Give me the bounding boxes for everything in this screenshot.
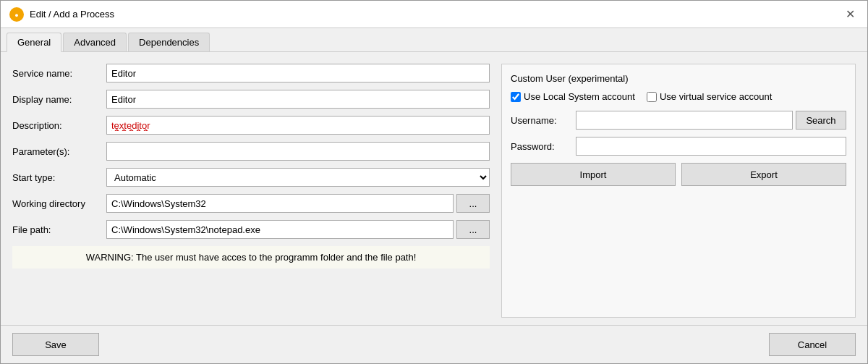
export-button[interactable]: Export	[681, 163, 846, 186]
tab-advanced[interactable]: Advanced	[63, 33, 127, 51]
parameters-row: Parameter(s):	[12, 142, 490, 161]
search-button[interactable]: Search	[796, 111, 846, 130]
dialog-title: Edit / Add a Process	[30, 9, 114, 20]
display-name-row: Display name:	[12, 90, 490, 109]
use-virtual-checkbox[interactable]	[647, 92, 657, 102]
file-path-input[interactable]	[106, 220, 454, 239]
service-name-row: Service name:	[12, 64, 490, 82]
username-input[interactable]	[576, 111, 793, 130]
service-name-input[interactable]	[106, 64, 490, 82]
start-type-label: Start type:	[12, 172, 106, 183]
file-path-label: File path:	[12, 224, 106, 235]
description-input[interactable]	[106, 116, 490, 135]
use-local-system-label: Use Local System account	[524, 91, 635, 102]
parameters-input[interactable]	[106, 142, 490, 161]
tab-content-general: Service name: Display name: Description:…	[1, 52, 867, 325]
warning-message: WARNING: The user must have acces to the…	[12, 246, 490, 268]
file-path-row: File path: ...	[12, 220, 490, 239]
file-path-browse-button[interactable]: ...	[456, 220, 490, 239]
save-button[interactable]: Save	[12, 333, 99, 356]
start-type-select[interactable]: Automatic Manual Disabled	[106, 168, 490, 187]
display-name-input[interactable]	[106, 90, 490, 109]
import-export-row: Import Export	[511, 163, 846, 186]
working-dir-browse-button[interactable]: ...	[456, 194, 490, 213]
left-panel: Service name: Display name: Description:…	[12, 64, 490, 318]
working-dir-row: Working directory ...	[12, 194, 490, 213]
password-row: Password:	[511, 137, 846, 156]
tab-dependencies[interactable]: Dependencies	[128, 33, 210, 51]
password-label: Password:	[511, 141, 576, 152]
username-row: Username: Search	[511, 111, 846, 130]
svg-text:●: ●	[14, 12, 18, 19]
use-virtual-label: Use virtual service account	[660, 91, 772, 102]
parameters-label: Parameter(s):	[12, 146, 106, 157]
dialog-window: ● Edit / Add a Process ✕ General Advance…	[0, 0, 868, 364]
password-input[interactable]	[576, 137, 846, 156]
working-dir-input[interactable]	[106, 194, 454, 213]
display-name-label: Display name:	[12, 94, 106, 105]
start-type-row: Start type: Automatic Manual Disabled	[12, 168, 490, 187]
service-name-label: Service name:	[12, 68, 106, 79]
app-icon: ●	[9, 7, 24, 22]
account-checkboxes: Use Local System account Use virtual ser…	[511, 91, 846, 102]
close-button[interactable]: ✕	[841, 6, 859, 23]
username-label: Username:	[511, 115, 576, 126]
custom-user-title: Custom User (experimental)	[511, 73, 846, 84]
description-row: Description:	[12, 116, 490, 135]
use-virtual-item: Use virtual service account	[647, 91, 772, 102]
cancel-button[interactable]: Cancel	[769, 333, 856, 356]
working-dir-label: Working directory	[12, 198, 106, 209]
title-bar: ● Edit / Add a Process ✕	[1, 1, 867, 28]
custom-user-panel: Custom User (experimental) Use Local Sys…	[501, 64, 856, 318]
import-button[interactable]: Import	[511, 163, 676, 186]
description-label: Description:	[12, 120, 106, 131]
use-local-system-checkbox[interactable]	[511, 92, 521, 102]
use-local-system-item: Use Local System account	[511, 91, 635, 102]
bottom-bar: Save Cancel	[1, 325, 867, 363]
tab-bar: General Advanced Dependencies	[1, 28, 867, 52]
tab-general[interactable]: General	[7, 33, 61, 52]
